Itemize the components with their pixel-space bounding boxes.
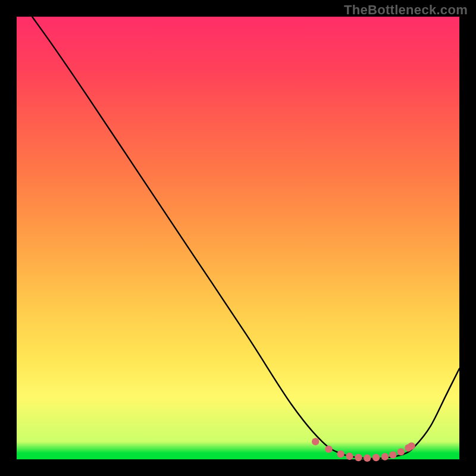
- valley-marker-dot: [364, 455, 371, 462]
- bottleneck-curve: [32, 17, 459, 459]
- chart-root: TheBottleneck.com: [0, 0, 476, 476]
- plot-area: [17, 17, 459, 459]
- valley-marker-dot: [389, 451, 396, 458]
- valley-marker-dot: [346, 453, 353, 460]
- watermark-text: TheBottleneck.com: [344, 2, 468, 18]
- valley-marker-dot: [381, 453, 389, 460]
- valley-marker-dot: [355, 454, 362, 461]
- valley-marker-dot: [337, 450, 344, 458]
- curve-layer: [32, 17, 459, 459]
- valley-marker-dot: [397, 448, 405, 455]
- valley-marker-dot: [325, 446, 332, 453]
- chart-svg: [17, 17, 459, 459]
- valley-marker-dot: [312, 438, 319, 445]
- valley-marker-dot: [408, 443, 415, 450]
- valley-marker-dot: [372, 454, 380, 461]
